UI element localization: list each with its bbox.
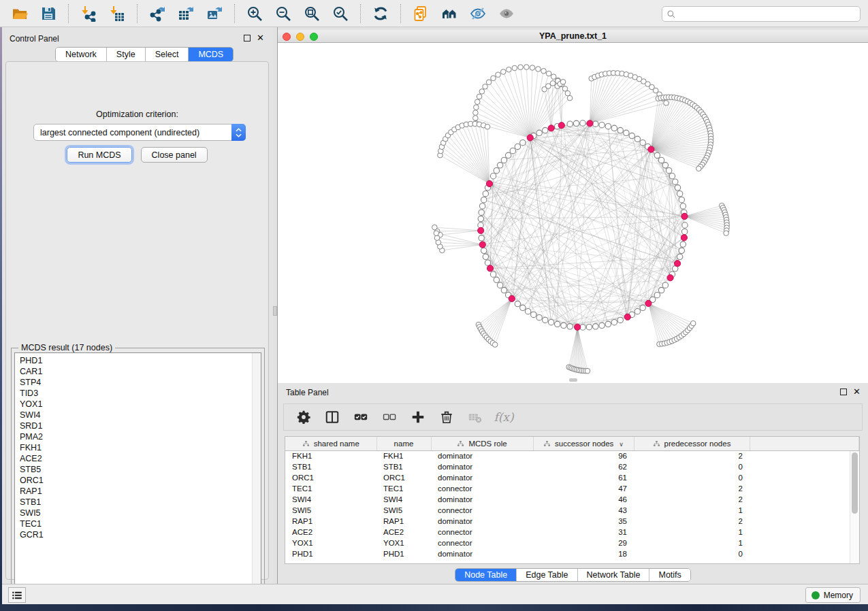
network-node[interactable] [483, 191, 488, 196]
function-builder-button[interactable]: f(x) [494, 407, 514, 427]
network-leaf-node[interactable] [724, 231, 729, 236]
network-hub-node[interactable] [587, 120, 593, 127]
column-header-predecessor-nodes[interactable]: predecessor nodes [634, 437, 750, 450]
refresh-layout-button[interactable] [370, 3, 391, 24]
network-window-titlebar[interactable]: YPA_prune.txt_1 [278, 30, 868, 43]
network-leaf-node[interactable] [483, 84, 488, 90]
network-node[interactable] [501, 157, 507, 163]
network-leaf-node[interactable] [530, 65, 535, 71]
zoom-selected-button[interactable] [330, 3, 351, 24]
network-node[interactable] [658, 287, 664, 293]
network-node[interactable] [624, 130, 629, 135]
network-leaf-node[interactable] [541, 69, 547, 74]
network-leaf-node[interactable] [512, 65, 517, 71]
mcds-node-item[interactable]: GCR1 [20, 529, 261, 540]
network-hub-node[interactable] [487, 265, 493, 271]
table-row[interactable]: PHD1PHD1dominator180 [285, 548, 859, 559]
mcds-node-item[interactable]: SWI4 [20, 410, 261, 420]
network-node[interactable] [520, 139, 526, 145]
vertical-splitter[interactable] [272, 27, 278, 584]
mcds-node-item[interactable]: TEC1 [20, 518, 261, 529]
network-node[interactable] [567, 324, 573, 329]
network-leaf-node[interactable] [524, 65, 530, 70]
network-node[interactable] [586, 325, 592, 330]
network-node[interactable] [634, 136, 640, 142]
network-node[interactable] [505, 152, 511, 158]
network-node[interactable] [573, 120, 579, 126]
network-node[interactable] [554, 321, 560, 327]
table-row[interactable]: ORC1ORC1dominator610 [285, 472, 859, 483]
show-all-button[interactable] [496, 3, 517, 24]
network-hub-node[interactable] [674, 261, 680, 267]
hide-selected-button[interactable] [468, 3, 488, 24]
network-node[interactable] [485, 260, 490, 265]
network-leaf-node[interactable] [664, 101, 669, 106]
close-panel-icon[interactable]: ✕ [257, 35, 264, 42]
network-hub-node[interactable] [645, 300, 652, 306]
network-hscrollbar-thumb[interactable] [569, 378, 577, 382]
network-hub-node[interactable] [575, 324, 581, 330]
network-node[interactable] [675, 185, 680, 191]
close-table-panel-icon[interactable]: ✕ [853, 389, 861, 395]
zoom-fit-button[interactable] [302, 3, 322, 24]
network-leaf-node[interactable] [550, 81, 556, 86]
network-node[interactable] [490, 271, 496, 277]
optimization-criterion-select[interactable]: largest connected component (undirected) [33, 124, 246, 141]
network-leaf-node[interactable] [496, 72, 501, 78]
network-leaf-node[interactable] [518, 65, 524, 70]
network-leaf-node[interactable] [475, 99, 480, 105]
network-node[interactable] [510, 148, 515, 153]
network-node[interactable] [548, 319, 553, 325]
table-row[interactable]: ACE2ACE2connector311 [285, 527, 859, 538]
mcds-node-item[interactable]: FKH1 [20, 442, 261, 453]
network-node[interactable] [543, 317, 548, 323]
table-row[interactable]: TEC1TEC1connector472 [285, 483, 859, 494]
network-leaf-node[interactable] [500, 69, 506, 75]
network-hub-node[interactable] [509, 295, 515, 301]
export-table-button[interactable] [176, 3, 196, 24]
table-row[interactable]: STB1STB1dominator620 [285, 461, 859, 472]
network-node[interactable] [543, 127, 548, 133]
network-leaf-node[interactable] [507, 67, 512, 72]
network-node[interactable] [567, 121, 573, 127]
network-node[interactable] [593, 121, 598, 127]
network-hub-node[interactable] [667, 275, 673, 281]
column-header-shared-name[interactable]: shared name [285, 437, 376, 450]
network-leaf-node[interactable] [560, 80, 566, 85]
tab-mcds[interactable]: MCDS [189, 48, 233, 61]
float-table-panel-icon[interactable] [840, 389, 847, 395]
network-leaf-node[interactable] [696, 166, 702, 171]
network-node[interactable] [561, 323, 566, 328]
network-node[interactable] [679, 197, 684, 202]
network-hub-node[interactable] [478, 227, 484, 233]
open-file-button[interactable] [10, 3, 30, 24]
network-hub-node[interactable] [548, 125, 554, 131]
network-canvas[interactable] [278, 43, 868, 383]
network-hub-node[interactable] [624, 314, 630, 320]
export-network-button[interactable] [147, 3, 167, 24]
network-node[interactable] [536, 130, 542, 135]
network-node[interactable] [479, 235, 484, 241]
save-session-button[interactable] [38, 3, 59, 24]
network-node[interactable] [494, 167, 499, 173]
network-leaf-node[interactable] [491, 76, 496, 81]
network-node[interactable] [617, 317, 623, 323]
mcds-node-item[interactable]: STP4 [20, 377, 261, 388]
export-image-button[interactable] [204, 3, 225, 24]
table-scrollbar-thumb[interactable] [852, 452, 858, 514]
network-node[interactable] [682, 222, 688, 228]
network-node[interactable] [481, 248, 487, 253]
create-column-button[interactable] [408, 407, 428, 427]
network-node[interactable] [490, 174, 496, 179]
network-node[interactable] [658, 157, 664, 163]
table-settings-button[interactable] [293, 407, 314, 427]
network-node[interactable] [654, 292, 660, 297]
network-node[interactable] [634, 308, 640, 314]
network-node[interactable] [679, 248, 684, 253]
tab-style[interactable]: Style [107, 48, 146, 61]
network-node[interactable] [481, 197, 487, 202]
network-node[interactable] [662, 163, 668, 168]
network-node[interactable] [494, 277, 499, 282]
network-hub-node[interactable] [681, 235, 687, 241]
mcds-node-item[interactable]: PHD1 [20, 355, 261, 366]
